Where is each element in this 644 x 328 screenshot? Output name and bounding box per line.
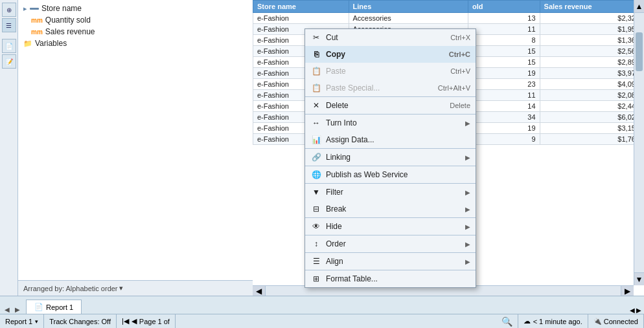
- menu-item-break[interactable]: ⊟ Break ▶: [305, 201, 476, 217]
- cell-revenue: $1,762: [540, 134, 643, 145]
- zoom-icon[interactable]: 🔍: [501, 316, 512, 327]
- scroll-up-btn[interactable]: ▲: [634, 0, 644, 13]
- cell-sold: 19: [468, 68, 540, 79]
- report-dropdown-icon[interactable]: ▾: [35, 318, 38, 325]
- connection-area: 🔌 Connected: [588, 314, 644, 328]
- menu-label-copy: Copy: [326, 50, 435, 59]
- nav-icon-3[interactable]: 📄: [2, 39, 16, 53]
- menu-label-turn-into: Turn Into: [326, 118, 461, 127]
- menu-icon-publish-ws: 🌐: [310, 169, 322, 180]
- tree-label-quantity-sold: Quantity sold: [45, 16, 91, 25]
- menu-item-delete[interactable]: ✕ Delete Delete: [305, 97, 476, 114]
- menu-label-paste: Paste: [326, 67, 436, 76]
- menu-item-paste-special: 📋 Paste Special... Ctrl+Alt+V: [305, 80, 476, 96]
- status-bar: Report 1 ▾ Track Changes: Off |◀ ◀ Page …: [0, 314, 644, 328]
- cell-lines: Accessories: [349, 13, 468, 24]
- menu-item-cut[interactable]: ✂ Cut Ctrl+X: [305, 29, 476, 46]
- menu-label-publish-ws: Publish as Web Service: [326, 170, 470, 179]
- menu-label-delete: Delete: [326, 101, 435, 110]
- tree-item-sales-revenue[interactable]: mm Sales revenue: [21, 26, 250, 38]
- nav-area: |◀ ◀ Page 1 of: [117, 314, 176, 328]
- tree-item-variables[interactable]: 📁 Variables: [21, 38, 250, 49]
- menu-item-paste: 📋 Paste Ctrl+V: [305, 63, 476, 80]
- tab-bar: ◀ ▶ 📄 Report 1 ◀ ▶: [0, 296, 644, 314]
- menu-label-paste-special: Paste Special...: [326, 83, 424, 93]
- menu-item-linking[interactable]: 🔗 Linking ▶: [305, 149, 476, 166]
- cell-sold: 15: [468, 46, 540, 57]
- menu-icon-order: ↕: [310, 238, 322, 250]
- menu-label-hide: Hide: [326, 222, 461, 231]
- menu-icon-linking: 🔗: [310, 151, 322, 163]
- tab-next-icon[interactable]: ▶: [636, 307, 641, 314]
- cell-sold: 8: [468, 35, 540, 46]
- cell-revenue: $6,028: [540, 112, 643, 123]
- menu-label-break: Break: [326, 204, 461, 213]
- tab-right-arrows: ◀ ▶: [627, 307, 644, 314]
- arranged-by-label: Arranged by: Alphabetic order: [23, 285, 118, 292]
- cell-sold: 13: [468, 13, 540, 24]
- cell-revenue: $1,956: [540, 24, 643, 35]
- cloud-icon: ☁: [523, 317, 531, 325]
- timestamp-label: < 1 minute ago.: [533, 318, 582, 325]
- menu-icon-align: ☰: [310, 256, 322, 267]
- nav-icon-1[interactable]: ⊕: [2, 3, 16, 17]
- tab-report1[interactable]: 📄 Report 1: [26, 300, 82, 314]
- prev-page-icon[interactable]: ◀: [132, 317, 137, 325]
- nav-icon-4[interactable]: 📝: [2, 54, 16, 69]
- menu-item-align[interactable]: ☰ Align ▶: [305, 253, 476, 270]
- tree-label-variables: Variables: [35, 39, 67, 48]
- track-changes-label: Track Changes: Off: [49, 318, 111, 325]
- menu-arrow-linking: ▶: [465, 154, 470, 161]
- menu-label-cut: Cut: [326, 33, 436, 42]
- menu-item-hide[interactable]: 👁 Hide ▶: [305, 218, 476, 235]
- scroll-left-btn[interactable]: ◀: [253, 286, 266, 296]
- cell-sold: 19: [468, 123, 540, 134]
- report-label-area[interactable]: Report 1 ▾: [0, 314, 44, 328]
- context-menu: ✂ Cut Ctrl+X ⎘ Copy Ctrl+C 📋 Paste Ctrl+…: [305, 28, 476, 288]
- menu-arrow-break: ▶: [465, 206, 470, 213]
- tree-item-quantity-sold[interactable]: mm Quantity sold: [21, 14, 250, 26]
- scroll-right-btn[interactable]: ▶: [621, 286, 634, 296]
- menu-shortcut-paste: Ctrl+V: [440, 67, 470, 75]
- menu-icon-cut: ✂: [310, 32, 322, 43]
- menu-arrow-order: ▶: [465, 241, 470, 248]
- tree-item-store-name[interactable]: ▸ Store name: [21, 3, 250, 14]
- cell-sold: 14: [468, 101, 540, 112]
- menu-shortcut-copy: Ctrl+C: [439, 50, 470, 58]
- menu-item-turn-into[interactable]: ↔ Turn Into ▶: [305, 115, 476, 131]
- vertical-scrollbar[interactable]: ▲ ▼: [634, 0, 644, 285]
- menu-label-format-table: Format Table...: [326, 274, 470, 283]
- connection-icon: 🔌: [593, 318, 601, 325]
- table-row[interactable]: e-Fashion Accessories 13 $2,327: [253, 13, 644, 24]
- left-panel: ⊕ ☰ 📄 📝 ▸ Store name mm Quantity sold mm…: [0, 0, 253, 328]
- tab-nav-right-arrow[interactable]: ▶: [13, 305, 22, 314]
- arranged-by-arrow[interactable]: ▾: [119, 284, 123, 292]
- cell-sold: 23: [468, 79, 540, 90]
- tab-nav-left-arrow[interactable]: ◀: [3, 305, 12, 314]
- first-page-icon[interactable]: |◀: [122, 317, 129, 325]
- icon-bar: ⊕ ☰ 📄 📝: [0, 0, 18, 328]
- cell-revenue: $2,447: [540, 101, 643, 112]
- menu-icon-assign-data: 📊: [310, 134, 322, 146]
- scroll-thumb[interactable]: [636, 32, 643, 71]
- track-changes-area: Track Changes: Off: [44, 314, 117, 328]
- menu-arrow-filter: ▶: [465, 189, 470, 196]
- menu-icon-delete: ✕: [310, 100, 322, 111]
- menu-item-copy[interactable]: ⎘ Copy Ctrl+C: [305, 46, 476, 63]
- menu-icon-paste: 📋: [310, 65, 322, 77]
- menu-icon-paste-special: 📋: [310, 82, 322, 94]
- menu-item-order[interactable]: ↕ Order ▶: [305, 235, 476, 252]
- menu-item-assign-data[interactable]: 📊 Assign Data...: [305, 131, 476, 148]
- nav-icon-2[interactable]: ☰: [2, 18, 16, 32]
- scroll-down-btn[interactable]: ▼: [634, 272, 644, 285]
- cell-sold: 34: [468, 112, 540, 123]
- page-info: Page 1 of: [139, 318, 170, 325]
- menu-label-filter: Filter: [326, 188, 461, 197]
- menu-item-publish-ws[interactable]: 🌐 Publish as Web Service: [305, 166, 476, 183]
- menu-label-order: Order: [326, 239, 461, 248]
- menu-item-format-table[interactable]: ⊞ Format Table...: [305, 270, 476, 287]
- menu-item-filter[interactable]: ▼ Filter ▶: [305, 184, 476, 201]
- measure-icon-mm: mm: [31, 17, 43, 24]
- menu-label-assign-data: Assign Data...: [326, 135, 470, 144]
- tab-prev-icon[interactable]: ◀: [630, 307, 635, 314]
